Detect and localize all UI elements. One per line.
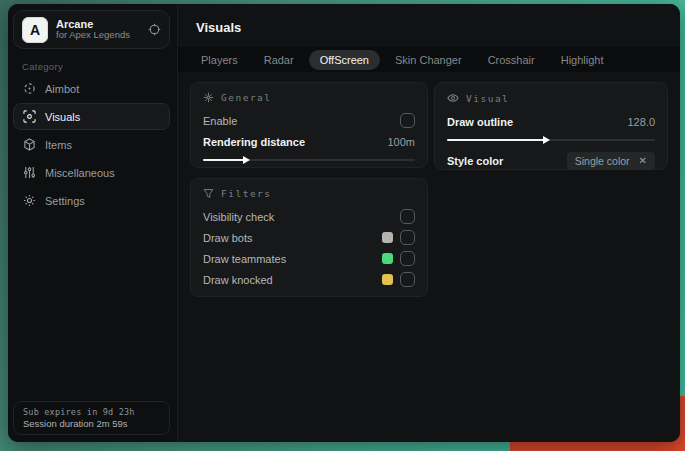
- style-color-select[interactable]: Single color ✕: [567, 152, 655, 170]
- draw-bots-row: Draw bots: [203, 227, 415, 248]
- sidebar-item-label: Aimbot: [45, 83, 79, 95]
- sidebar-nav: Aimbot Visuals Items: [13, 75, 170, 215]
- visibility-check-row: Visibility check: [203, 206, 415, 227]
- sub-expires-text: Sub expires in 9d 23h: [23, 407, 160, 417]
- sidebar-item-label: Visuals: [45, 111, 80, 123]
- tab-crosshair[interactable]: Crosshair: [477, 50, 546, 70]
- app-window: A Arcane for Apex Legends Category Aimbo…: [8, 4, 680, 442]
- draw-teammates-label: Draw teammates: [203, 253, 286, 265]
- app-logo: A: [22, 17, 48, 43]
- draw-knocked-label: Draw knocked: [203, 274, 273, 286]
- funnel-icon: [203, 188, 214, 199]
- eye-scan-icon: [23, 110, 36, 123]
- cube-icon: [23, 138, 36, 151]
- tab-offscreen[interactable]: OffScreen: [309, 50, 380, 70]
- subscription-info-card: Sub expires in 9d 23h Session duration 2…: [13, 401, 170, 435]
- draw-bots-label: Draw bots: [203, 232, 253, 244]
- app-subtitle: for Apex Legends: [56, 30, 140, 41]
- draw-outline-slider[interactable]: [447, 136, 655, 144]
- style-color-label: Style color: [447, 155, 503, 167]
- general-panel-title: General: [221, 92, 272, 103]
- filters-panel-header: Filters: [203, 188, 415, 199]
- sidebar-item-label: Items: [45, 139, 72, 151]
- tab-players[interactable]: Players: [190, 50, 249, 70]
- session-duration-text: Session duration 2m 59s: [23, 418, 160, 429]
- draw-knocked-row: Draw knocked: [203, 269, 415, 290]
- sparkle-icon: [203, 92, 214, 103]
- rendering-distance-label: Rendering distance: [203, 136, 305, 148]
- rendering-distance-value: 100m: [387, 136, 415, 148]
- visual-panel: Visual Draw outline 128.0 Style color Si…: [434, 82, 668, 170]
- draw-bots-color-swatch[interactable]: [382, 232, 393, 243]
- visual-panel-title: Visual: [466, 93, 509, 104]
- brand-text: Arcane for Apex Legends: [56, 18, 140, 42]
- sidebar-item-visuals[interactable]: Visuals: [13, 103, 170, 130]
- tab-skin-changer[interactable]: Skin Changer: [384, 50, 473, 70]
- slider-thumb[interactable]: [543, 136, 550, 144]
- draw-outline-label: Draw outline: [447, 116, 513, 128]
- sidebar-item-settings[interactable]: Settings: [13, 187, 170, 214]
- category-label: Category: [22, 61, 63, 72]
- sidebar-item-miscellaneous[interactable]: Miscellaneous: [13, 159, 170, 186]
- sidebar-item-label: Miscellaneous: [45, 167, 115, 179]
- enable-label: Enable: [203, 115, 237, 127]
- visibility-check-label: Visibility check: [203, 211, 274, 223]
- rendering-distance-row: Rendering distance 100m: [203, 131, 415, 152]
- eye-icon: [447, 92, 459, 104]
- sidebar-item-aimbot[interactable]: Aimbot: [13, 75, 170, 102]
- general-panel-header: General: [203, 92, 415, 103]
- visibility-check-checkbox[interactable]: [400, 209, 415, 224]
- style-color-value: Single color: [575, 155, 630, 167]
- sliders-icon: [23, 166, 36, 179]
- sidebar-item-label: Settings: [45, 195, 85, 207]
- brand-card: A Arcane for Apex Legends: [13, 10, 170, 49]
- sidebar-item-items[interactable]: Items: [13, 131, 170, 158]
- draw-outline-row: Draw outline 128.0: [447, 111, 655, 132]
- enable-checkbox[interactable]: [400, 113, 415, 128]
- draw-teammates-checkbox[interactable]: [400, 251, 415, 266]
- crosshair-icon: [23, 82, 36, 95]
- filters-panel: Filters Visibility check Draw bots Draw …: [190, 178, 428, 297]
- tab-bar: Players Radar OffScreen Skin Changer Cro…: [178, 47, 680, 72]
- enable-row: Enable: [203, 110, 415, 131]
- tab-highlight[interactable]: Highlight: [550, 50, 615, 70]
- gear-icon: [23, 194, 36, 207]
- slider-fill: [447, 139, 545, 141]
- rendering-distance-slider[interactable]: [203, 156, 415, 164]
- general-panel: General Enable Rendering distance 100m: [190, 82, 428, 168]
- page-title: Visuals: [196, 20, 241, 35]
- filters-panel-title: Filters: [221, 188, 272, 199]
- draw-teammates-color-swatch[interactable]: [382, 253, 393, 264]
- draw-outline-value: 128.0: [627, 116, 655, 128]
- tab-radar[interactable]: Radar: [253, 50, 305, 70]
- main-content: Visuals Players Radar OffScreen Skin Cha…: [178, 4, 680, 442]
- style-color-row: Style color Single color ✕: [447, 150, 655, 171]
- visual-panel-header: Visual: [447, 92, 655, 104]
- clear-icon[interactable]: ✕: [639, 156, 647, 166]
- draw-teammates-row: Draw teammates: [203, 248, 415, 269]
- draw-bots-checkbox[interactable]: [400, 230, 415, 245]
- slider-fill: [203, 159, 245, 161]
- target-icon[interactable]: [148, 23, 161, 36]
- draw-knocked-checkbox[interactable]: [400, 272, 415, 287]
- draw-knocked-color-swatch[interactable]: [382, 274, 393, 285]
- slider-thumb[interactable]: [243, 156, 250, 164]
- sidebar: A Arcane for Apex Legends Category Aimbo…: [8, 4, 178, 442]
